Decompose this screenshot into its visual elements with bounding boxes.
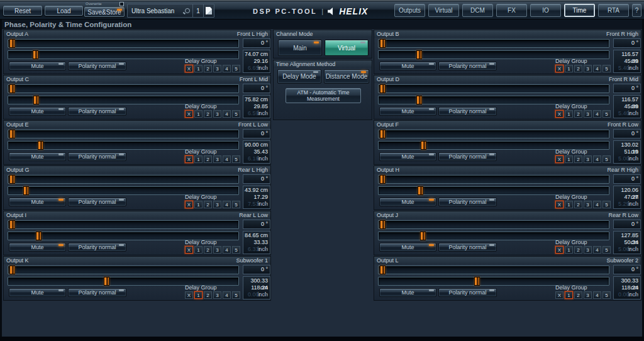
phase-value[interactable]: 0 ° <box>243 265 270 274</box>
mute-button[interactable]: Mute <box>379 152 436 161</box>
polarity-button[interactable]: Polarity normal <box>438 152 497 161</box>
phase-slider[interactable] <box>8 130 239 138</box>
delay-group-button-1[interactable]: 1 <box>565 155 573 163</box>
document-cell[interactable] <box>203 4 214 17</box>
mute-button[interactable]: Mute <box>379 288 436 297</box>
distance-slider-handle[interactable] <box>36 232 42 240</box>
delay-group-button-1[interactable]: 1 <box>565 246 573 254</box>
phase-value[interactable]: 0 ° <box>613 129 641 138</box>
delay-group-button-4[interactable]: 4 <box>223 201 231 208</box>
delay-group-button-2[interactable]: 2 <box>574 110 582 118</box>
delay-group-button-5[interactable]: 5 <box>602 246 611 254</box>
phase-value[interactable]: 0 ° <box>243 174 270 184</box>
delay-group-button-1[interactable]: 1 <box>565 201 573 208</box>
nav-tab-time[interactable]: Time <box>564 4 595 17</box>
delay-group-button-4[interactable]: 4 <box>593 110 601 118</box>
delay-group-button-3[interactable]: 3 <box>213 201 221 208</box>
polarity-button[interactable]: Polarity normal <box>68 62 126 70</box>
phase-value[interactable]: 0 ° <box>613 265 641 274</box>
nav-tab-io[interactable]: IO <box>530 4 561 17</box>
mute-button[interactable]: Mute <box>9 152 66 161</box>
virtual-mode-button[interactable]: Virtual <box>325 40 369 56</box>
polarity-button[interactable]: Polarity normal <box>438 62 497 70</box>
delay-group-button-2[interactable]: 2 <box>574 291 582 299</box>
mute-button[interactable]: Mute <box>379 62 436 70</box>
phase-slider-handle[interactable] <box>9 84 15 93</box>
delay-group-button-4[interactable]: 4 <box>593 246 601 254</box>
search-icon[interactable] <box>185 8 190 13</box>
distance-inch-value[interactable]: 50.34 inch <box>614 239 638 246</box>
delay-group-button-x[interactable]: X <box>185 246 193 254</box>
delay-group-button-5[interactable]: 5 <box>232 291 240 299</box>
delay-group-button-2[interactable]: 2 <box>204 65 212 72</box>
distance-cm-value[interactable]: 120.06 cm <box>614 187 638 194</box>
delay-group-button-4[interactable]: 4 <box>593 291 601 299</box>
distance-slider-handle[interactable] <box>33 50 38 59</box>
polarity-button[interactable]: Polarity normal <box>438 288 497 297</box>
delay-group-button-4[interactable]: 4 <box>223 291 231 299</box>
phase-value[interactable]: 0 ° <box>613 38 641 48</box>
phase-slider-handle[interactable] <box>380 175 386 184</box>
profile-field[interactable]: Ultra Sebastian 1 <box>127 4 214 18</box>
delay-group-button-2[interactable]: 2 <box>204 155 212 163</box>
distance-cm-value[interactable]: 116.57 cm <box>614 96 638 103</box>
delay-group-button-x[interactable]: X <box>185 65 193 72</box>
mute-button[interactable]: Mute <box>9 62 66 70</box>
mute-button[interactable]: Mute <box>9 107 66 116</box>
delay-group-button-3[interactable]: 3 <box>213 155 221 163</box>
distance-cm-value[interactable]: 300.33 cm <box>614 277 638 284</box>
phase-slider-handle[interactable] <box>9 220 15 229</box>
save-store-button[interactable]: Save&Store <box>84 7 125 17</box>
polarity-button[interactable]: Polarity normal <box>68 243 126 252</box>
phase-value[interactable]: 0 ° <box>613 174 641 184</box>
distance-slider-handle[interactable] <box>420 232 426 240</box>
distance-inch-value[interactable]: 35.43 inch <box>243 148 268 155</box>
delay-group-button-1[interactable]: 1 <box>194 201 203 208</box>
delay-group-button-5[interactable]: 5 <box>232 110 240 118</box>
phase-slider-handle[interactable] <box>380 266 386 274</box>
delay-group-button-5[interactable]: 5 <box>232 65 240 72</box>
delay-group-button-5[interactable]: 5 <box>602 65 611 72</box>
delay-group-button-x[interactable]: X <box>555 201 564 208</box>
distance-slider-handle[interactable] <box>23 186 29 195</box>
delay-group-button-x[interactable]: X <box>555 155 564 163</box>
phase-slider-handle[interactable] <box>380 220 386 229</box>
phase-value[interactable]: 0 ° <box>243 129 270 138</box>
distance-cm-value[interactable]: 130.02 cm <box>614 142 638 148</box>
delay-group-button-2[interactable]: 2 <box>204 246 212 254</box>
delay-group-button-5[interactable]: 5 <box>602 110 611 118</box>
polarity-button[interactable]: Polarity normal <box>68 107 126 116</box>
distance-cm-value[interactable]: 116.57 cm <box>614 51 638 58</box>
delay-group-button-x[interactable]: X <box>555 291 564 299</box>
distance-slider-handle[interactable] <box>416 50 422 59</box>
atm-button[interactable]: ATM - Automatic Time Measurement <box>286 88 361 103</box>
delay-group-button-3[interactable]: 3 <box>584 65 592 72</box>
delay-group-button-3[interactable]: 3 <box>584 110 592 118</box>
phase-slider-handle[interactable] <box>380 130 386 138</box>
phase-slider[interactable] <box>378 175 609 184</box>
delay-group-button-1[interactable]: 1 <box>194 155 203 163</box>
phase-slider-handle[interactable] <box>9 130 15 138</box>
distance-cm-value[interactable]: 74.07 cm <box>243 51 268 58</box>
distance-inch-value[interactable]: 51.19 inch <box>614 148 638 155</box>
mute-button[interactable]: Mute <box>379 107 436 116</box>
phase-value[interactable]: 0 ° <box>613 220 641 229</box>
delay-group-button-x[interactable]: X <box>185 201 193 208</box>
phase-slider-handle[interactable] <box>9 39 15 48</box>
phase-value[interactable]: 0 ° <box>613 84 641 93</box>
phase-slider-handle[interactable] <box>380 39 386 48</box>
preset-number[interactable]: 1 <box>192 4 203 17</box>
delay-group-button-1[interactable]: 1 <box>194 246 203 254</box>
mute-button[interactable]: Mute <box>379 198 436 206</box>
distance-inch-value[interactable]: 45.89 inch <box>614 103 638 110</box>
distance-slider-handle[interactable] <box>416 96 422 104</box>
phase-slider[interactable] <box>378 220 609 229</box>
distance-mode-button[interactable]: Distance Mode <box>324 69 369 84</box>
delay-group-button-3[interactable]: 3 <box>213 110 221 118</box>
nav-tab-fx[interactable]: FX <box>496 4 527 17</box>
polarity-button[interactable]: Polarity normal <box>68 152 126 161</box>
delay-group-button-5[interactable]: 5 <box>602 155 611 163</box>
distance-slider-handle[interactable] <box>418 186 423 195</box>
distance-inch-value[interactable]: 29.85 inch <box>243 103 268 110</box>
delay-group-button-4[interactable]: 4 <box>593 201 601 208</box>
